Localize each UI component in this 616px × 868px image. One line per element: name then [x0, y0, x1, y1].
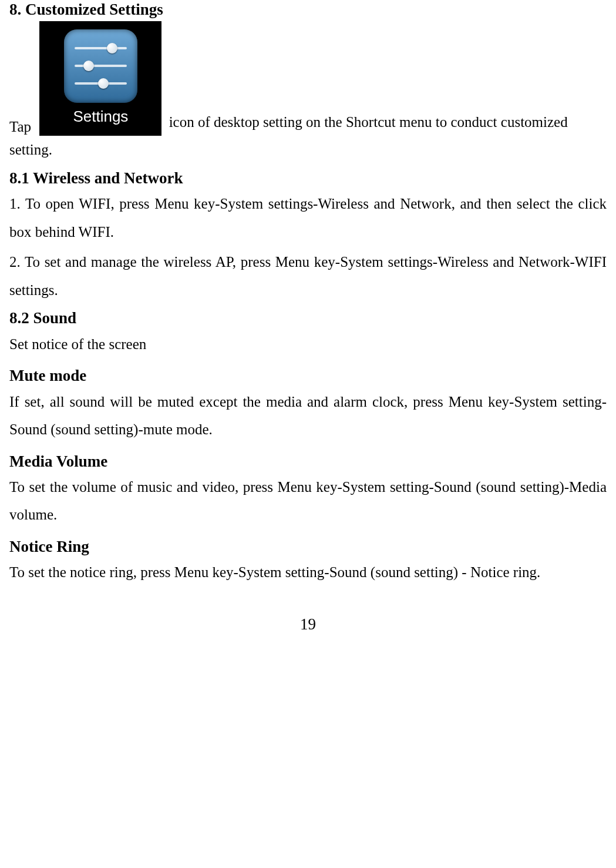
heading-notice-ring: Notice Ring	[9, 537, 607, 556]
media-volume-body: To set the volume of music and video, pr…	[9, 473, 607, 529]
tap-instruction-row: Tap Settings icon of desktop setting on …	[9, 21, 607, 164]
mute-mode-body: If set, all sound will be muted except t…	[9, 388, 607, 444]
heading-customized-settings: 8. Customized Settings	[9, 0, 607, 19]
heading-sound: 8.2 Sound	[9, 309, 607, 327]
settings-icon-caption: Settings	[73, 108, 128, 126]
heading-media-volume: Media Volume	[9, 452, 607, 471]
heading-mute-mode: Mute mode	[9, 366, 607, 385]
settings-icon-tile	[64, 29, 137, 103]
settings-icon-wrap: Settings	[39, 21, 161, 136]
settings-icon: Settings	[39, 21, 161, 136]
heading-wireless-network: 8.1 Wireless and Network	[9, 169, 607, 187]
page-number: 19	[9, 615, 607, 634]
tap-prefix-text: Tap	[9, 118, 31, 136]
wifi-step-2: 2. To set and manage the wireless AP, pr…	[9, 248, 607, 304]
wifi-step-1: 1. To open WIFI, press Menu key-System s…	[9, 190, 607, 246]
sound-intro-text: Set notice of the screen	[9, 330, 607, 358]
notice-ring-body: To set the notice ring, press Menu key-S…	[9, 558, 607, 587]
